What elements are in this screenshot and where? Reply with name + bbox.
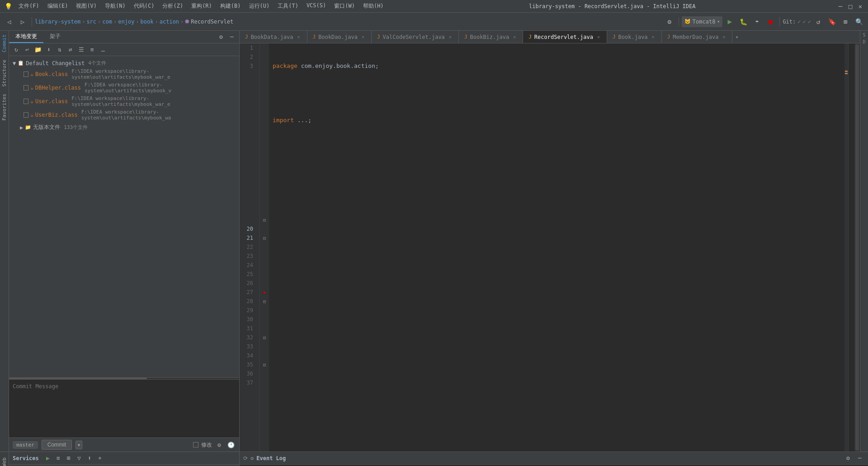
equals-icon[interactable]: ≡ — [88, 45, 97, 54]
toolbar-refresh-button[interactable]: ↺ — [812, 15, 825, 28]
breadcrumb-com[interactable]: com — [102, 19, 112, 25]
unversioned-count: 133个文件 — [64, 124, 88, 131]
download-icon[interactable]: ⬇ — [44, 45, 53, 54]
file-user-class[interactable]: ☕ User.class F:\IDEA workspace\library-s… — [9, 95, 239, 108]
list-icon[interactable]: ☰ — [77, 45, 86, 54]
close-button[interactable]: ✕ — [857, 3, 863, 10]
code-content[interactable]: package com.enjoy.book.action; import ..… — [269, 43, 844, 452]
undo-icon[interactable]: ↩ — [23, 45, 32, 54]
menu-refactor[interactable]: 重构(R) — [188, 1, 216, 11]
tab-bookdata[interactable]: J BookData.java ✕ — [240, 31, 307, 43]
unversioned-group[interactable]: ▶ 📁 无版本文件 133个文件 — [9, 123, 239, 132]
tab-shelf[interactable]: 架子 — [43, 31, 67, 43]
file-book-class[interactable]: ☕ Book.class F:\IDEA workspace\library-s… — [9, 67, 239, 81]
menu-edit[interactable]: 编辑(E) — [44, 1, 72, 11]
vtab-commit[interactable]: Commit — [0, 31, 8, 56]
services-play-icon[interactable]: ▶ — [43, 454, 52, 463]
right-icon-structure[interactable]: S — [863, 33, 865, 38]
tab-close-book[interactable]: ✕ — [651, 34, 656, 40]
toolbar-settings-button[interactable]: ⚙ — [663, 15, 676, 28]
toolbar-layout-button[interactable]: ⊞ — [839, 15, 852, 28]
file-checkbox-1[interactable] — [24, 71, 28, 77]
run-button[interactable]: ▶ — [723, 15, 736, 28]
tab-memberdao[interactable]: J MemberDao.java ✕ — [662, 31, 733, 43]
commit-message-input[interactable] — [9, 380, 239, 437]
coverage-button[interactable]: ☂ — [750, 15, 763, 28]
menu-build[interactable]: 构建(B) — [217, 1, 245, 11]
right-scrollbar[interactable] — [854, 43, 860, 452]
event-log-config-icon[interactable]: ⚙ — [844, 454, 853, 463]
right-icon-db[interactable]: D — [863, 39, 865, 44]
services-add-icon[interactable]: + — [95, 454, 104, 463]
more-icon[interactable]: … — [99, 45, 108, 54]
tab-close-bookbiz[interactable]: ✕ — [512, 34, 517, 40]
commit-settings-icon[interactable]: ⚙ — [215, 440, 224, 449]
menu-run[interactable]: 运行(U) — [245, 1, 274, 11]
menu-tools[interactable]: 工具(T) — [274, 1, 302, 11]
menu-vcs[interactable]: VCS(S) — [303, 1, 330, 11]
tab-bookdao[interactable]: J BookDao.java ✕ — [307, 31, 372, 43]
menu-view[interactable]: 视图(V) — [72, 1, 100, 11]
file-checkbox-4[interactable] — [24, 112, 28, 118]
tab-bookbiz[interactable]: J BookBiz.java ✕ — [459, 31, 523, 43]
menu-navigate[interactable]: 导航(N) — [101, 1, 129, 11]
services-group-icon[interactable]: ⊞ — [64, 454, 73, 463]
amend-checkbox[interactable] — [193, 442, 198, 447]
tabs-overflow-button[interactable]: ▾ — [732, 34, 741, 40]
tab-close-bookdata[interactable]: ✕ — [296, 34, 302, 40]
menu-window[interactable]: 窗口(W) — [330, 1, 359, 11]
toolbar-search-button[interactable]: 🔍 — [853, 15, 865, 28]
file-checkbox-3[interactable] — [24, 99, 28, 104]
toolbar-bookmark-button[interactable]: 🔖 — [826, 15, 838, 28]
refresh-icon[interactable]: ↻ — [12, 45, 21, 54]
breadcrumb-project[interactable]: library-system — [35, 19, 80, 25]
panel-minimize-icon[interactable]: ─ — [227, 33, 236, 42]
services-list-icon[interactable]: ≡ — [54, 454, 63, 463]
swap-icon[interactable]: ⇄ — [66, 45, 75, 54]
file-dbhelper-class[interactable]: ☕ DBHelper.class F:\IDEA workspace\libra… — [9, 81, 239, 95]
services-filter-icon[interactable]: ▽ — [75, 454, 84, 463]
file-userbiz-class[interactable]: ☕ UserBiz.class F:\IDEA workspace\librar… — [9, 108, 239, 122]
tab-book[interactable]: J Book.java ✕ — [607, 31, 662, 43]
vtab-favorites[interactable]: Favorites — [0, 90, 8, 124]
menu-bar: 文件(F) 编辑(E) 视图(V) 导航(N) 代码(C) 分析(Z) 重构(R… — [15, 1, 387, 11]
stop-button[interactable]: ■ — [764, 15, 777, 28]
menu-code[interactable]: 代码(C) — [130, 1, 158, 11]
tab-close-valcode[interactable]: ✕ — [448, 34, 453, 40]
breadcrumb-book[interactable]: book — [141, 19, 154, 25]
changelist-header[interactable]: ▼ 📋 Default Changelist 4个文件 — [9, 59, 239, 67]
event-log-minimize-icon[interactable]: ─ — [855, 454, 864, 463]
debug-button[interactable]: 🐛 — [737, 15, 750, 28]
event-log-settings-icon[interactable]: ⚙ — [250, 455, 254, 461]
maximize-button[interactable]: □ — [847, 3, 854, 10]
branch-badge[interactable]: master — [13, 441, 38, 449]
minimize-button[interactable]: ─ — [837, 3, 844, 10]
panel-settings-icon[interactable]: ⚙ — [217, 33, 226, 42]
file-checkbox-2[interactable] — [24, 85, 28, 90]
updown-icon[interactable]: ⇅ — [55, 45, 64, 54]
tab-local-changes[interactable]: 本地变更 — [9, 31, 43, 43]
vtab-structure[interactable]: Structure — [0, 56, 8, 90]
commit-history-icon[interactable]: 🕐 — [226, 440, 236, 449]
toolbar-back-button[interactable]: ◁ — [3, 15, 15, 28]
breadcrumb-src[interactable]: src — [86, 19, 96, 25]
menu-analyze[interactable]: 分析(Z) — [159, 1, 187, 11]
menu-help[interactable]: 帮助(H) — [359, 1, 387, 11]
services-deploy-icon[interactable]: ⬆ — [85, 454, 94, 463]
menu-file[interactable]: 文件(F) — [15, 1, 43, 11]
commit-dropdown-button[interactable]: ▾ — [75, 441, 82, 449]
breadcrumb-enjoy[interactable]: enjoy — [118, 19, 134, 25]
tab-close-bookdao[interactable]: ✕ — [360, 34, 366, 40]
tab-close-recordservlet[interactable]: ✕ — [596, 34, 601, 40]
vtab-web[interactable]: Web — [0, 454, 8, 466]
tab-valcode[interactable]: J ValCodeServlet.java ✕ — [372, 31, 459, 43]
toolbar-forward-button[interactable]: ▷ — [16, 15, 29, 28]
code-editor[interactable]: 1 2 3 20 21 — [240, 43, 860, 452]
tab-recordservlet[interactable]: J RecordServlet.java ✕ — [523, 31, 607, 43]
commit-button[interactable]: Commit — [42, 440, 72, 450]
run-config-selector[interactable]: 🐱 Tomcat8 ▾ — [682, 16, 723, 27]
folder-icon[interactable]: 📁 — [33, 45, 42, 54]
event-log-refresh-icon[interactable]: ⟳ — [243, 455, 248, 461]
breadcrumb-action[interactable]: action — [160, 19, 179, 25]
tab-close-memberdao[interactable]: ✕ — [721, 34, 726, 40]
